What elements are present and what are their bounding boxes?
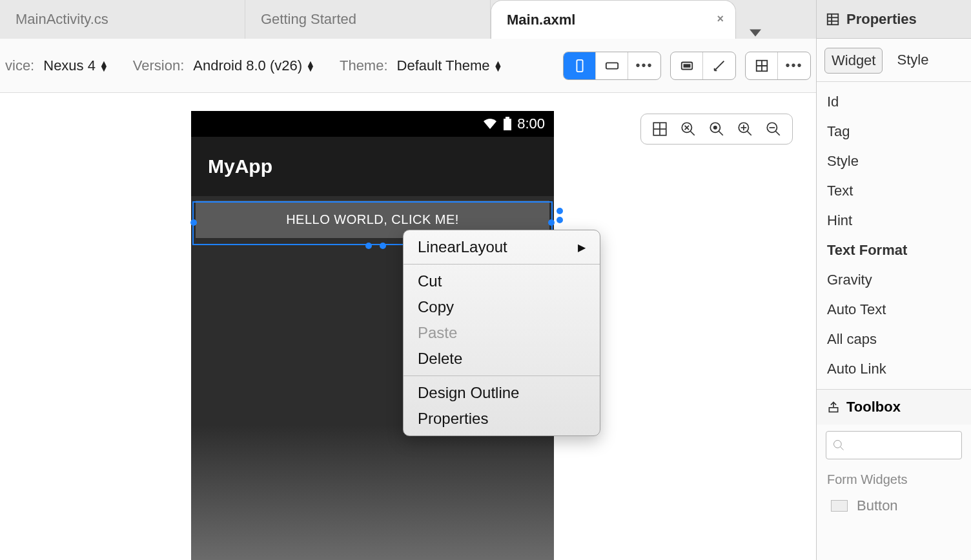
tab-gettingstarted[interactable]: Getting Started bbox=[245, 0, 491, 39]
svg-marker-0 bbox=[750, 30, 761, 37]
tab-label: Getting Started bbox=[261, 11, 356, 28]
ctx-properties[interactable]: Properties bbox=[404, 406, 600, 432]
submenu-arrow-icon: ▶ bbox=[578, 241, 586, 254]
wifi-icon bbox=[482, 117, 498, 130]
ctx-delete[interactable]: Delete bbox=[404, 346, 600, 372]
design-mode-group bbox=[670, 52, 736, 80]
toolbox-search-input[interactable] bbox=[826, 431, 962, 459]
status-time: 8:00 bbox=[517, 115, 545, 132]
svg-line-33 bbox=[841, 447, 844, 450]
svg-rect-25 bbox=[504, 119, 511, 130]
landscape-button[interactable] bbox=[596, 52, 628, 79]
blueprint-view-button[interactable] bbox=[703, 52, 735, 79]
layout-group: ••• bbox=[745, 52, 811, 80]
zoom-out-icon[interactable] bbox=[765, 121, 782, 137]
properties-header: Properties bbox=[817, 0, 971, 39]
prop-text[interactable]: Text bbox=[817, 176, 971, 206]
svg-point-32 bbox=[834, 441, 842, 448]
updown-icon: ▲▼ bbox=[99, 61, 108, 71]
resize-handle-bottom-a[interactable] bbox=[365, 243, 372, 249]
theme-selector[interactable]: Default Theme ▲▼ bbox=[397, 57, 503, 74]
ctx-separator bbox=[404, 375, 600, 376]
grid-toggle-button[interactable] bbox=[746, 52, 778, 79]
svg-line-23 bbox=[775, 131, 780, 135]
resize-handle-bottom-b[interactable] bbox=[380, 243, 386, 249]
version-selector[interactable]: Android 8.0 (v26) ▲▼ bbox=[193, 57, 315, 74]
orientation-more-button[interactable]: ••• bbox=[628, 52, 660, 79]
properties-title: Properties bbox=[846, 11, 917, 28]
zoom-reset-icon[interactable] bbox=[680, 121, 697, 137]
properties-panel: Properties Widget Style Id Tag Style Tex… bbox=[816, 0, 971, 560]
prop-all-caps[interactable]: All caps bbox=[817, 325, 971, 354]
theme-label: Theme: bbox=[340, 57, 388, 74]
svg-rect-1 bbox=[577, 59, 582, 71]
layout-more-button[interactable]: ••• bbox=[778, 52, 810, 79]
device-selector[interactable]: Nexus 4 ▲▼ bbox=[43, 57, 108, 74]
ctx-copy[interactable]: Copy bbox=[404, 294, 600, 320]
tab-mainactivity[interactable]: MainActivity.cs bbox=[0, 0, 245, 39]
device-label: vice: bbox=[5, 57, 34, 74]
prop-tag[interactable]: Tag bbox=[817, 117, 971, 146]
tab-main-axml[interactable]: Main.axml × bbox=[491, 0, 736, 39]
ctx-paste: Paste bbox=[404, 320, 600, 346]
toolbox-category: Form Widgets bbox=[817, 466, 971, 494]
button-swatch-icon bbox=[831, 500, 848, 512]
portrait-button[interactable] bbox=[564, 52, 596, 79]
android-statusbar: 8:00 bbox=[191, 111, 554, 137]
toolbox-icon bbox=[827, 401, 840, 414]
properties-icon bbox=[826, 12, 840, 26]
designer-toolbar: vice: Nexus 4 ▲▼ Version: Android 8.0 (v… bbox=[0, 39, 816, 93]
toolbox-header: Toolbox bbox=[817, 389, 971, 425]
orientation-group: ••• bbox=[563, 52, 661, 80]
design-view-button[interactable] bbox=[671, 52, 703, 79]
ctx-separator bbox=[404, 264, 600, 265]
updown-icon: ▲▼ bbox=[493, 61, 502, 71]
app-title: MyApp bbox=[208, 155, 272, 177]
prop-auto-link[interactable]: Auto Link bbox=[817, 354, 971, 384]
svg-rect-4 bbox=[683, 64, 690, 68]
toolbox-title: Toolbox bbox=[846, 399, 901, 415]
context-menu: LinearLayout ▶ Cut Copy Paste Delete Des… bbox=[403, 230, 600, 436]
prop-section-text-format: Text Format bbox=[817, 235, 971, 265]
tab-style[interactable]: Style bbox=[890, 48, 935, 74]
ctx-linearlayout[interactable]: LinearLayout ▶ bbox=[404, 234, 600, 260]
zoom-100-icon[interactable] bbox=[708, 121, 725, 137]
battery-icon bbox=[503, 117, 512, 131]
search-icon bbox=[832, 439, 845, 452]
tab-label: MainActivity.cs bbox=[15, 11, 108, 28]
svg-line-16 bbox=[719, 131, 723, 135]
resize-handle-right[interactable] bbox=[548, 219, 555, 226]
svg-line-19 bbox=[747, 131, 751, 135]
edge-handle[interactable] bbox=[557, 208, 563, 214]
property-list: Id Tag Style Text Hint Text Format Gravi… bbox=[817, 82, 971, 389]
zoom-in-icon[interactable] bbox=[737, 121, 753, 137]
svg-rect-2 bbox=[606, 63, 617, 68]
close-icon[interactable]: × bbox=[717, 12, 724, 26]
updown-icon: ▲▼ bbox=[306, 61, 315, 71]
prop-gravity[interactable]: Gravity bbox=[817, 265, 971, 295]
ctx-design-outline[interactable]: Design Outline bbox=[404, 380, 600, 406]
svg-rect-31 bbox=[829, 408, 837, 412]
svg-rect-26 bbox=[506, 117, 509, 119]
version-label: Version: bbox=[133, 57, 185, 74]
fit-icon[interactable] bbox=[651, 121, 668, 137]
tab-overflow-button[interactable] bbox=[736, 27, 775, 39]
resize-handle-left[interactable] bbox=[190, 219, 197, 226]
android-appbar: MyApp bbox=[191, 137, 554, 196]
tab-widget[interactable]: Widget bbox=[824, 48, 883, 74]
edge-handle[interactable] bbox=[557, 217, 563, 223]
zoom-toolbar bbox=[640, 114, 793, 145]
prop-hint[interactable]: Hint bbox=[817, 206, 971, 235]
toolbox-search-wrap bbox=[817, 425, 971, 466]
properties-tabs: Widget Style bbox=[817, 39, 971, 82]
toolbox-item-button[interactable]: Button bbox=[817, 494, 971, 518]
prop-style[interactable]: Style bbox=[817, 146, 971, 176]
svg-point-17 bbox=[714, 126, 717, 129]
prop-id[interactable]: Id bbox=[817, 87, 971, 117]
prop-auto-text[interactable]: Auto Text bbox=[817, 295, 971, 325]
tab-label: Main.axml bbox=[507, 12, 575, 28]
ctx-cut[interactable]: Cut bbox=[404, 268, 600, 294]
svg-rect-27 bbox=[828, 14, 839, 25]
svg-line-12 bbox=[690, 131, 695, 135]
